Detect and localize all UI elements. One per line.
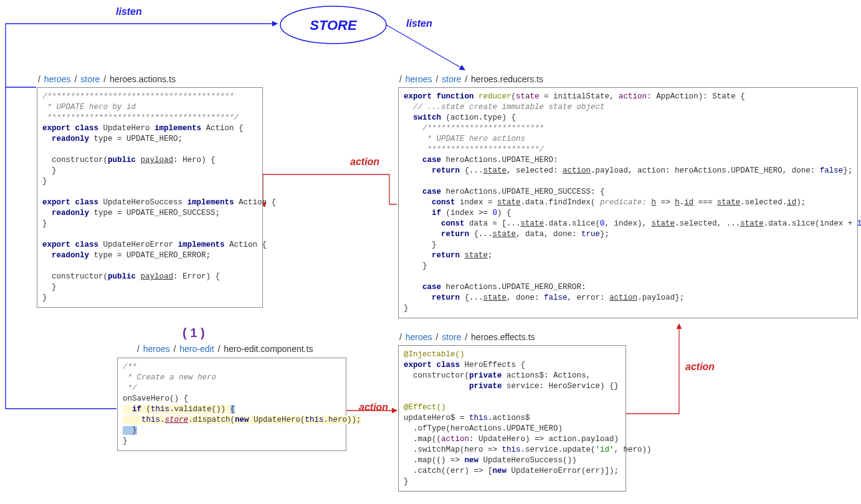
store-title: STORE: [310, 17, 358, 33]
label-listen-right: listen: [406, 18, 432, 29]
label-listen-left: listen: [116, 6, 142, 17]
code-reducers: export function reducer(state = initialS…: [398, 87, 858, 318]
label-action-comp: action: [359, 402, 388, 413]
diagram-canvas: STORE listen listen action action action…: [0, 0, 861, 504]
breadcrumb-reducers: / heroes / store / heroes.reducers.ts: [398, 74, 543, 84]
arrow-action-reducer-to-actions: [260, 174, 397, 204]
arrow-action-effects-to-reducers: [625, 324, 679, 414]
step-one: ( 1 ): [183, 326, 205, 340]
label-action-top: action: [350, 156, 379, 168]
code-component: /** * Create a new hero */ onSaveHero() …: [117, 358, 346, 451]
label-action-eff: action: [685, 361, 715, 373]
breadcrumb-actions: / heroes / store / heroes.actions.ts: [37, 74, 176, 84]
code-effects: @Injectable() export class HeroEffects {…: [398, 345, 626, 492]
store-ellipse: [280, 6, 386, 44]
breadcrumb-component: / heroes / hero-edit / hero-edit.compone…: [136, 344, 313, 354]
arrow-listen-right: [386, 25, 465, 70]
code-actions: /***************************************…: [37, 87, 263, 308]
breadcrumb-effects: / heroes / store / heroes.effects.ts: [398, 332, 535, 342]
